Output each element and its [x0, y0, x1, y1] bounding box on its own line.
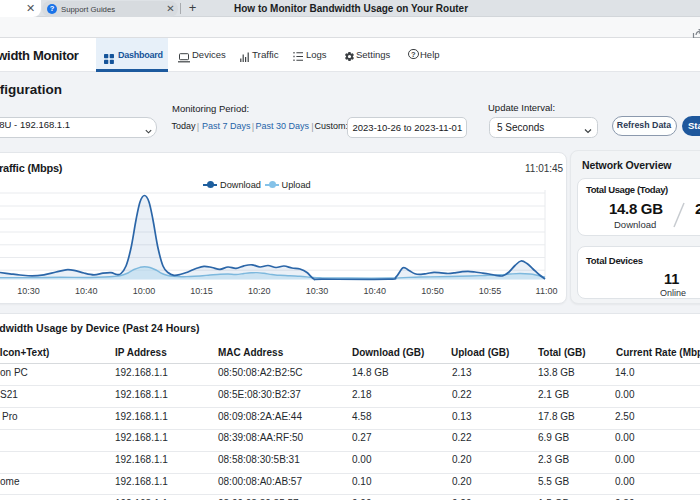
- svg-text:10:30: 10:30: [17, 286, 40, 296]
- svg-text:10:20: 10:20: [248, 286, 271, 296]
- svg-text:10:15: 10:15: [190, 286, 213, 296]
- svg-text:10:40: 10:40: [363, 286, 386, 296]
- svg-text:11:00: 11:00: [536, 286, 558, 296]
- svg-text:10:50: 10:50: [421, 286, 444, 296]
- svg-text:10:00: 10:00: [133, 286, 156, 296]
- svg-text:10:40: 10:40: [75, 286, 98, 296]
- svg-text:10:55: 10:55: [479, 286, 502, 296]
- svg-text:10:30: 10:30: [306, 286, 329, 296]
